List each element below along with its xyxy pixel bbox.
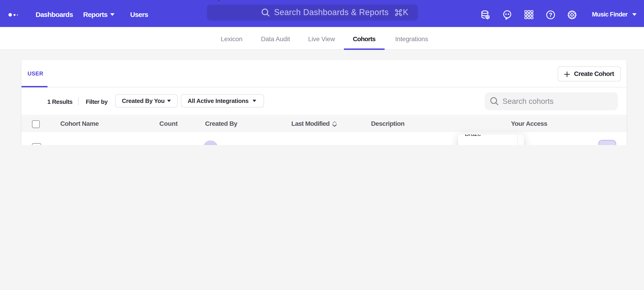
svg-text:?: ?	[549, 12, 552, 18]
